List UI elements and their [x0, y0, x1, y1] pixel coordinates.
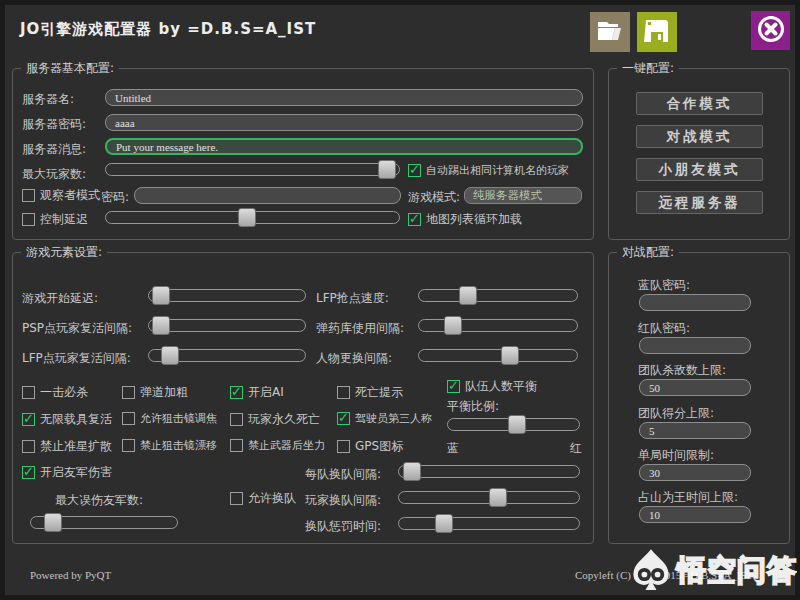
close-button[interactable]	[751, 11, 790, 50]
lfp-respawn-slider[interactable]	[148, 349, 306, 362]
team-score-limit-label: 团队得分上限:	[638, 405, 714, 422]
checkbox-label: 队伍人数平衡	[465, 378, 537, 395]
app-window: JO引擎游戏配置器 by =D.B.S=A_IST	[0, 0, 800, 600]
checkbox-label: 允许换队	[248, 490, 296, 507]
checkbox-label: 无限载具复活	[40, 411, 112, 428]
team-switch-interval-label: 每队换队间隔:	[305, 466, 381, 483]
remote-server-button[interactable]: 远程服务器	[636, 191, 763, 214]
slider-handle[interactable]	[501, 346, 519, 365]
observer-password-input[interactable]	[134, 187, 401, 204]
checkbox-unlimited-vehicle-respawn[interactable]: 无限载具复活	[22, 411, 112, 428]
control-delay-slider[interactable]	[105, 211, 400, 224]
checkbox-one-hit-kill[interactable]: 一击必杀	[22, 384, 88, 401]
checkbox-allow-team-switch[interactable]: 允许换队	[230, 490, 296, 507]
game-mode-select[interactable]: 纯服务器模式	[464, 187, 582, 204]
red-team-label: 红	[570, 440, 582, 457]
team-score-limit-input[interactable]	[639, 422, 751, 439]
save-button[interactable]	[637, 12, 677, 52]
slider-handle[interactable]	[44, 513, 62, 532]
checkbox-label: 禁止准星扩散	[40, 438, 112, 455]
slider-handle[interactable]	[459, 286, 477, 305]
balance-ratio-slider[interactable]	[447, 418, 580, 431]
slider-handle[interactable]	[152, 286, 170, 305]
slider-handle[interactable]	[403, 462, 421, 481]
player-switch-interval-slider[interactable]	[398, 491, 580, 504]
checkbox-scope-zoom[interactable]: 允许狙击镜调焦	[122, 411, 217, 426]
checkbox-no-scope-drift[interactable]: 禁止狙击镜漂移	[122, 438, 217, 453]
checkbox-kick-same-name[interactable]: 自动踢出相同计算机名的玩家	[408, 163, 569, 178]
checkbox-thick-tracer[interactable]: 弹道加粗	[122, 384, 188, 401]
checkbox-box	[230, 439, 243, 452]
balance-ratio-label: 平衡比例:	[447, 398, 499, 415]
slider-handle[interactable]	[161, 346, 179, 365]
coop-mode-button[interactable]: 合作模式	[636, 92, 763, 115]
folder-open-icon	[596, 19, 624, 46]
ammo-depot-interval-slider[interactable]	[418, 319, 578, 332]
game-start-delay-slider[interactable]	[148, 289, 306, 302]
checkbox-observer-mode[interactable]: 观察者模式	[22, 187, 100, 204]
slider-handle[interactable]	[444, 316, 462, 335]
group-title: 服务器基本配置:	[21, 60, 119, 77]
slider-handle[interactable]	[508, 415, 526, 434]
blue-password-label: 蓝队密码:	[638, 277, 690, 294]
psp-respawn-slider[interactable]	[148, 319, 306, 332]
watermark: 悟空问答	[629, 547, 797, 595]
checkbox-box	[122, 412, 135, 425]
checkbox-box	[22, 386, 35, 399]
checkbox-driver-third-person[interactable]: 驾驶员第三人称	[337, 411, 432, 426]
slider-handle[interactable]	[435, 514, 453, 533]
slider-handle[interactable]	[378, 160, 396, 179]
close-icon	[756, 14, 786, 47]
checkbox-label: 控制延迟	[40, 211, 88, 228]
blue-password-input[interactable]	[639, 294, 751, 311]
kids-mode-button[interactable]: 小朋友模式	[636, 158, 763, 181]
checkbox-box	[337, 386, 350, 399]
slider-handle[interactable]	[152, 316, 170, 335]
checkbox-map-loop[interactable]: 地图列表循环加载	[408, 211, 522, 228]
checkbox-box	[122, 439, 135, 452]
switch-penalty-slider[interactable]	[398, 517, 580, 530]
team-switch-interval-slider[interactable]	[398, 465, 580, 478]
open-file-button[interactable]	[590, 12, 630, 52]
checkbox-gps-icon[interactable]: GPS图标	[337, 438, 403, 455]
checkbox-enable-ai[interactable]: 开启AI	[230, 384, 284, 401]
red-password-input[interactable]	[639, 337, 751, 354]
max-players-label: 最大玩家数:	[22, 166, 86, 183]
checkbox-label: 死亡提示	[355, 384, 403, 401]
server-password-input[interactable]	[105, 114, 583, 131]
blue-team-label: 蓝	[447, 440, 459, 457]
lfp-capture-speed-slider[interactable]	[418, 289, 578, 302]
lfp-capture-speed-label: LFP抢点速度:	[316, 290, 389, 307]
king-of-hill-time-label: 占山为王时间上限:	[638, 489, 738, 506]
slider-handle[interactable]	[238, 208, 256, 227]
king-of-hill-time-input[interactable]	[639, 506, 751, 523]
server-message-input[interactable]	[105, 138, 583, 155]
team-kill-limit-label: 团队杀敌数上限:	[638, 362, 726, 379]
checkbox-team-balance[interactable]: 队伍人数平衡	[447, 378, 537, 395]
round-time-limit-input[interactable]	[639, 464, 751, 481]
checkbox-permanent-death[interactable]: 玩家永久死亡	[230, 411, 320, 428]
checkbox-box	[22, 189, 35, 202]
versus-mode-button[interactable]: 对战模式	[636, 125, 763, 148]
group-title: 对战配置:	[617, 244, 679, 261]
checkbox-label: 禁止武器后坐力	[248, 438, 325, 453]
checkbox-no-crosshair-spread[interactable]: 禁止准星扩散	[22, 438, 112, 455]
server-name-input[interactable]	[105, 89, 583, 106]
checkbox-friendly-fire[interactable]: 开启友军伤害	[22, 464, 112, 481]
max-players-slider[interactable]	[105, 163, 400, 176]
max-friendly-kills-slider[interactable]	[30, 516, 178, 529]
checkbox-label: 开启AI	[248, 384, 284, 401]
floppy-save-icon	[644, 18, 670, 47]
switch-penalty-label: 换队惩罚时间:	[305, 518, 381, 535]
checkbox-box	[447, 380, 460, 393]
checkbox-death-notice[interactable]: 死亡提示	[337, 384, 403, 401]
checkbox-label: 玩家永久死亡	[248, 411, 320, 428]
character-change-slider[interactable]	[418, 349, 578, 362]
checkbox-control-delay[interactable]: 控制延迟	[22, 211, 88, 228]
group-title: 游戏元素设置:	[21, 244, 107, 261]
game-mode-value: 纯服务器模式	[473, 188, 542, 203]
team-kill-limit-input[interactable]	[639, 379, 751, 396]
checkbox-no-recoil[interactable]: 禁止武器后坐力	[230, 438, 325, 453]
checkbox-box	[230, 386, 243, 399]
slider-handle[interactable]	[489, 488, 507, 507]
